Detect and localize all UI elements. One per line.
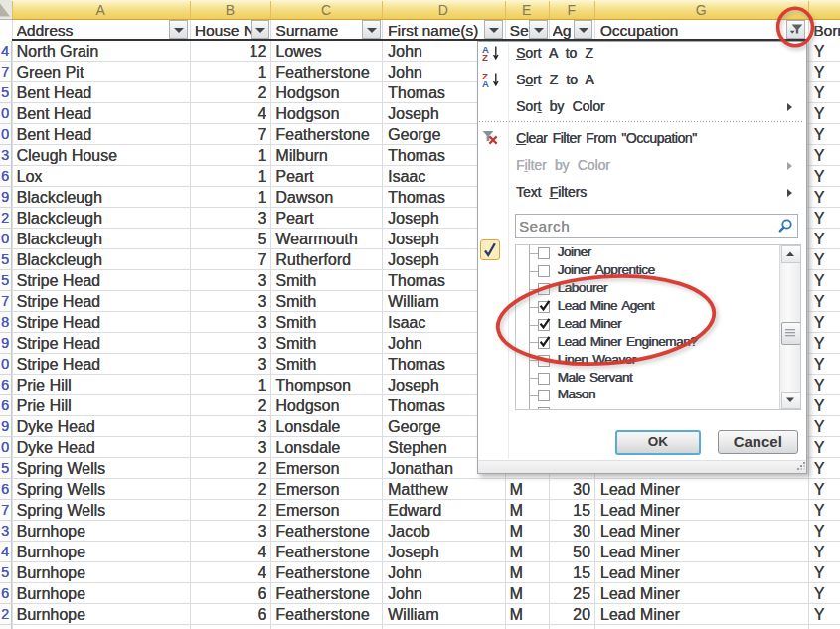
svg-text:Z: Z	[482, 52, 488, 63]
svg-text:A: A	[482, 79, 489, 89]
